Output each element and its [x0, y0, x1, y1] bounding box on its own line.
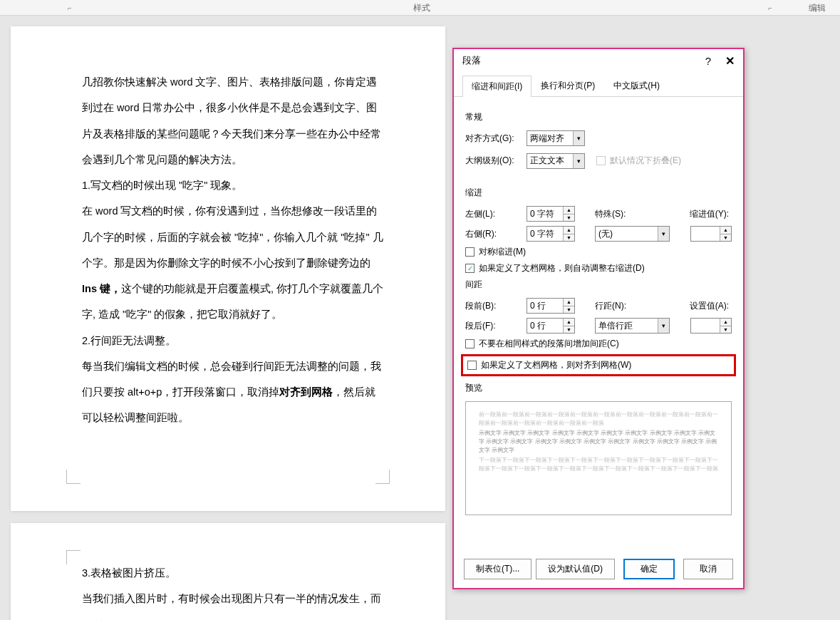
- space-after-label: 段后(F):: [465, 320, 521, 332]
- section-indent: 缩进: [465, 187, 732, 199]
- spinner-down-icon[interactable]: ▼: [720, 234, 731, 242]
- dialog-title: 段落: [462, 54, 481, 67]
- no-space-same-style-checkbox[interactable]: [465, 339, 475, 348]
- spinner-up-icon[interactable]: ▲: [564, 319, 574, 326]
- spinner-up-icon[interactable]: ▲: [720, 319, 731, 326]
- space-before-spinner[interactable]: 0 行▲▼: [527, 298, 575, 314]
- indent-right-spinner[interactable]: 0 字符▲▼: [527, 226, 575, 242]
- preview-box: 前一段落前一段落前一段落前一段落前一段落前一段落前一段落前一段落前一段落前一段落…: [465, 401, 732, 515]
- tab-asian-typography[interactable]: 中文版式(H): [604, 75, 669, 96]
- ok-button[interactable]: 确定: [623, 559, 675, 579]
- spinner-down-icon[interactable]: ▼: [564, 234, 574, 242]
- set-default-button[interactable]: 设为默认值(D): [536, 559, 615, 579]
- spinner-down-icon[interactable]: ▼: [720, 326, 731, 334]
- snap-to-grid-label: 如果定义了文档网格，则对齐到网格(W): [481, 359, 631, 371]
- spinner-down-icon[interactable]: ▼: [564, 326, 574, 334]
- preview-sample-text: 示例文字 示例文字 示例文字 示例文字 示例文字 示例文字 示例文字 示例文字 …: [479, 429, 718, 455]
- outline-dropdown[interactable]: 正文文本▾: [527, 153, 585, 169]
- indent-left-label: 左侧(L):: [465, 208, 521, 220]
- collapse-checkbox: [596, 156, 606, 165]
- dialog-body: 常规 对齐方式(G): 两端对齐▾ 大纲级别(O): 正文文本▾ 默认情况下折叠…: [454, 97, 743, 524]
- chevron-down-icon: ▾: [658, 227, 669, 241]
- chevron-down-icon: ▾: [573, 131, 584, 145]
- mirror-indent-label: 对称缩进(M): [479, 246, 526, 258]
- help-button[interactable]: ?: [705, 55, 711, 67]
- preview-next-text: 下一段落下一段落下一段落下一段落下一段落下一段落下一段落下一段落下一段落下一段落…: [479, 456, 718, 473]
- dialog-footer: 制表位(T)... 设为默认值(D) 确定 取消: [464, 559, 733, 579]
- no-space-same-style-label: 不要在相同样式的段落间增加间距(C): [479, 338, 619, 350]
- paragraph[interactable]: 每当我们编辑文档的时候，总会碰到行间距无法调整的问题，我们只要按 alt+o+p…: [82, 353, 385, 431]
- section-spacing: 间距: [465, 279, 732, 291]
- dialog-tabs: 缩进和间距(I) 换行和分页(P) 中文版式(H): [454, 75, 743, 97]
- paragraph[interactable]: 在 word 写文档的时候，你有没遇到过，当你想修改一段话里的几个字的时候，后面…: [82, 198, 385, 327]
- paragraph[interactable]: 几招教你快速解决 word 文字、图片、表格排版问题，你肯定遇到过在 word …: [82, 69, 385, 172]
- line-spacing-label: 行距(N):: [595, 300, 638, 312]
- auto-adjust-indent-label: 如果定义了文档网格，则自动调整右缩进(D): [479, 262, 645, 274]
- ribbon: ⌐ 样式 ⌐ 编辑: [0, 0, 840, 16]
- section-general: 常规: [465, 111, 732, 123]
- document-page-2[interactable]: 3.表格被图片挤压。 当我们插入图片时，有时候会出现图片只有一半的情况发生，而且…: [11, 523, 445, 620]
- document-body[interactable]: 几招教你快速解决 word 文字、图片、表格排版问题，你肯定遇到过在 word …: [11, 26, 445, 460]
- spinner-up-icon[interactable]: ▲: [564, 299, 574, 306]
- margin-corner: [375, 470, 390, 484]
- paragraph-dialog: 段落 ? ✕ 缩进和间距(I) 换行和分页(P) 中文版式(H) 常规 对齐方式…: [452, 48, 745, 589]
- tab-line-page-breaks[interactable]: 换行和分页(P): [532, 75, 604, 96]
- auto-adjust-indent-checkbox[interactable]: [465, 264, 475, 273]
- chevron-down-icon: ▾: [658, 319, 669, 333]
- indent-by-label: 缩进值(Y):: [690, 208, 729, 220]
- special-label: 特殊(S):: [595, 208, 638, 220]
- line-spacing-dropdown[interactable]: 单倍行距▾: [595, 318, 670, 334]
- spinner-down-icon[interactable]: ▼: [564, 215, 574, 222]
- outline-label: 大纲级别(O):: [465, 155, 521, 167]
- paragraph[interactable]: 2.行间距无法调整。: [82, 328, 385, 353]
- close-button[interactable]: ✕: [725, 54, 735, 68]
- spacing-at-spinner[interactable]: ▲▼: [690, 318, 732, 334]
- paragraph[interactable]: 当我们插入图片时，有时候会出现图片只有一半的情况发生，而且插: [82, 586, 385, 620]
- spinner-down-icon[interactable]: ▼: [564, 306, 574, 314]
- indent-left-spinner[interactable]: 0 字符▲▼: [527, 206, 575, 222]
- expand-icon[interactable]: ⌐: [768, 4, 772, 12]
- ribbon-group-edit: 编辑: [809, 2, 826, 14]
- ribbon-group-styles: 样式: [413, 2, 430, 14]
- alignment-label: 对齐方式(G):: [465, 133, 521, 145]
- tab-indent-spacing[interactable]: 缩进和间距(I): [462, 76, 532, 97]
- indent-right-label: 右侧(R):: [465, 228, 521, 240]
- document-page-1[interactable]: 几招教你快速解决 word 文字、图片、表格排版问题，你肯定遇到过在 word …: [11, 26, 445, 511]
- alignment-dropdown[interactable]: 两端对齐▾: [527, 130, 585, 146]
- expand-icon[interactable]: ⌐: [68, 4, 72, 12]
- paragraph[interactable]: 3.表格被图片挤压。: [82, 560, 385, 586]
- document-body[interactable]: 3.表格被图片挤压。 当我们插入图片时，有时候会出现图片只有一半的情况发生，而且…: [11, 523, 445, 620]
- margin-corner: [66, 470, 81, 484]
- chevron-down-icon: ▾: [573, 154, 584, 168]
- spinner-up-icon[interactable]: ▲: [720, 227, 731, 234]
- cancel-button[interactable]: 取消: [683, 559, 733, 579]
- section-preview: 预览: [465, 382, 732, 394]
- mirror-indent-checkbox[interactable]: [465, 247, 475, 257]
- special-indent-dropdown[interactable]: (无)▾: [595, 226, 670, 242]
- dialog-titlebar[interactable]: 段落 ? ✕: [454, 49, 743, 72]
- highlighted-option: 如果定义了文档网格，则对齐到网格(W): [461, 354, 736, 376]
- spacing-at-label: 设置值(A):: [690, 300, 729, 312]
- space-after-spinner[interactable]: 0 行▲▼: [527, 318, 575, 334]
- preview-prev-text: 前一段落前一段落前一段落前一段落前一段落前一段落前一段落前一段落前一段落前一段落…: [479, 410, 718, 428]
- snap-to-grid-checkbox[interactable]: [467, 361, 477, 370]
- indent-by-spinner[interactable]: ▲▼: [690, 226, 732, 242]
- paragraph[interactable]: 1.写文档的时候出现 "吃字" 现象。: [82, 172, 385, 198]
- spinner-up-icon[interactable]: ▲: [564, 207, 574, 215]
- space-before-label: 段前(B):: [465, 300, 521, 312]
- spinner-up-icon[interactable]: ▲: [564, 227, 574, 234]
- margin-corner: [66, 550, 81, 564]
- work-area: 几招教你快速解决 word 文字、图片、表格排版问题，你肯定遇到过在 word …: [0, 16, 840, 620]
- tabs-button[interactable]: 制表位(T)...: [464, 559, 532, 579]
- collapse-label: 默认情况下折叠(E): [610, 155, 681, 167]
